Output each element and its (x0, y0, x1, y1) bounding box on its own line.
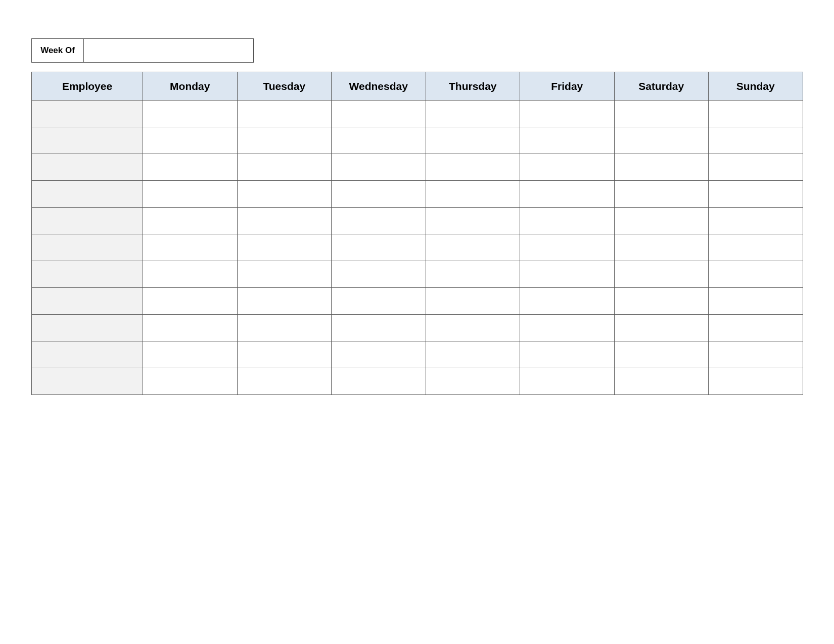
day-cell[interactable] (426, 341, 520, 368)
table-row (32, 154, 803, 181)
table-row (32, 341, 803, 368)
day-cell[interactable] (143, 127, 238, 154)
day-cell[interactable] (709, 234, 803, 261)
day-cell[interactable] (426, 181, 520, 208)
header-employee: Employee (32, 72, 143, 101)
day-cell[interactable] (237, 368, 332, 395)
employee-cell[interactable] (32, 315, 143, 341)
day-cell[interactable] (520, 288, 615, 315)
day-cell[interactable] (237, 127, 332, 154)
table-row (32, 315, 803, 341)
employee-cell[interactable] (32, 368, 143, 395)
day-cell[interactable] (709, 368, 803, 395)
day-cell[interactable] (520, 208, 615, 234)
day-cell[interactable] (237, 154, 332, 181)
day-cell[interactable] (332, 234, 426, 261)
day-cell[interactable] (614, 127, 709, 154)
day-cell[interactable] (237, 315, 332, 341)
day-cell[interactable] (332, 315, 426, 341)
day-cell[interactable] (614, 181, 709, 208)
day-cell[interactable] (426, 315, 520, 341)
day-cell[interactable] (614, 261, 709, 288)
employee-cell[interactable] (32, 234, 143, 261)
day-cell[interactable] (237, 261, 332, 288)
day-cell[interactable] (332, 341, 426, 368)
day-cell[interactable] (520, 154, 615, 181)
day-cell[interactable] (709, 341, 803, 368)
day-cell[interactable] (520, 181, 615, 208)
day-cell[interactable] (614, 154, 709, 181)
day-cell[interactable] (614, 208, 709, 234)
header-thursday: Thursday (426, 72, 520, 101)
day-cell[interactable] (520, 101, 615, 127)
day-cell[interactable] (520, 341, 615, 368)
day-cell[interactable] (332, 261, 426, 288)
week-of-label: Week Of (31, 38, 84, 63)
day-cell[interactable] (143, 315, 238, 341)
day-cell[interactable] (426, 234, 520, 261)
day-cell[interactable] (520, 368, 615, 395)
day-cell[interactable] (709, 288, 803, 315)
day-cell[interactable] (143, 101, 238, 127)
day-cell[interactable] (709, 127, 803, 154)
day-cell[interactable] (614, 101, 709, 127)
day-cell[interactable] (614, 288, 709, 315)
day-cell[interactable] (332, 181, 426, 208)
day-cell[interactable] (237, 341, 332, 368)
schedule-document: Week Of Employee Monday Tuesday Wednesda… (0, 0, 834, 395)
day-cell[interactable] (709, 154, 803, 181)
day-cell[interactable] (614, 368, 709, 395)
day-cell[interactable] (143, 208, 238, 234)
employee-cell[interactable] (32, 154, 143, 181)
employee-cell[interactable] (32, 101, 143, 127)
day-cell[interactable] (709, 261, 803, 288)
day-cell[interactable] (426, 368, 520, 395)
day-cell[interactable] (332, 208, 426, 234)
header-wednesday: Wednesday (332, 72, 426, 101)
week-of-value[interactable] (84, 38, 254, 63)
day-cell[interactable] (520, 261, 615, 288)
day-cell[interactable] (237, 288, 332, 315)
day-cell[interactable] (143, 154, 238, 181)
day-cell[interactable] (332, 101, 426, 127)
employee-cell[interactable] (32, 261, 143, 288)
day-cell[interactable] (614, 315, 709, 341)
day-cell[interactable] (426, 154, 520, 181)
day-cell[interactable] (237, 208, 332, 234)
schedule-table: Employee Monday Tuesday Wednesday Thursd… (31, 72, 803, 395)
day-cell[interactable] (237, 101, 332, 127)
day-cell[interactable] (143, 341, 238, 368)
day-cell[interactable] (143, 261, 238, 288)
day-cell[interactable] (614, 341, 709, 368)
day-cell[interactable] (332, 127, 426, 154)
employee-cell[interactable] (32, 181, 143, 208)
employee-cell[interactable] (32, 288, 143, 315)
day-cell[interactable] (709, 315, 803, 341)
day-cell[interactable] (332, 368, 426, 395)
day-cell[interactable] (520, 127, 615, 154)
employee-cell[interactable] (32, 208, 143, 234)
day-cell[interactable] (143, 234, 238, 261)
day-cell[interactable] (143, 288, 238, 315)
table-row (32, 127, 803, 154)
day-cell[interactable] (143, 368, 238, 395)
day-cell[interactable] (426, 208, 520, 234)
day-cell[interactable] (426, 127, 520, 154)
day-cell[interactable] (237, 181, 332, 208)
employee-cell[interactable] (32, 341, 143, 368)
day-cell[interactable] (426, 288, 520, 315)
day-cell[interactable] (709, 101, 803, 127)
day-cell[interactable] (426, 101, 520, 127)
day-cell[interactable] (332, 154, 426, 181)
day-cell[interactable] (520, 234, 615, 261)
day-cell[interactable] (520, 315, 615, 341)
day-cell[interactable] (709, 181, 803, 208)
day-cell[interactable] (709, 208, 803, 234)
employee-cell[interactable] (32, 127, 143, 154)
day-cell[interactable] (614, 234, 709, 261)
day-cell[interactable] (143, 181, 238, 208)
day-cell[interactable] (426, 261, 520, 288)
day-cell[interactable] (237, 234, 332, 261)
day-cell[interactable] (332, 288, 426, 315)
header-sunday: Sunday (709, 72, 803, 101)
